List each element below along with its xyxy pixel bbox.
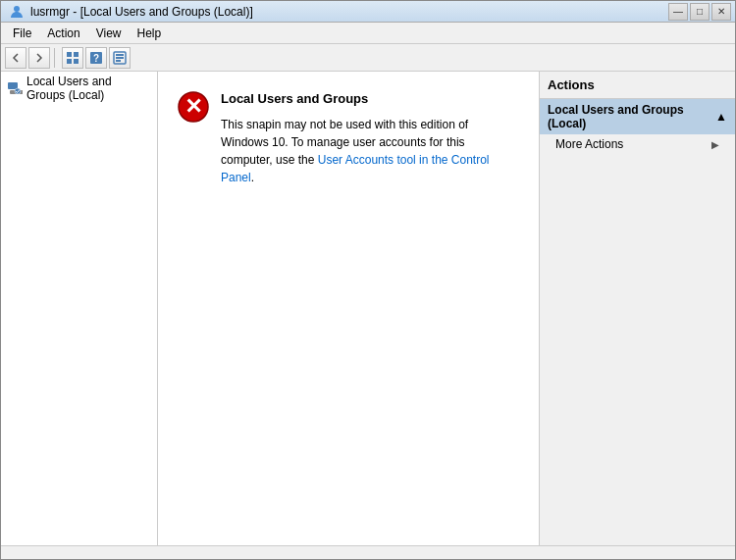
local-users-icon (7, 80, 23, 96)
forward-icon (33, 52, 45, 64)
svg-rect-9 (116, 57, 124, 59)
menu-file[interactable]: File (5, 25, 39, 42)
svg-rect-2 (74, 52, 79, 57)
properties-icon (113, 51, 127, 65)
actions-collapse-icon: ▲ (715, 110, 727, 124)
menu-action[interactable]: Action (39, 25, 87, 42)
error-title: Local Users and Groups (221, 91, 519, 106)
back-button[interactable] (5, 47, 26, 69)
tree-item-local-users[interactable]: Local Users and Groups (Local) (1, 72, 157, 105)
error-message: This snapin may not be used with this ed… (221, 116, 519, 186)
left-panel: Local Users and Groups (Local) (1, 72, 158, 545)
actions-header: Actions (540, 72, 735, 99)
error-message-part2: . (251, 171, 254, 184)
svg-rect-8 (116, 54, 124, 56)
help-button[interactable]: ? (85, 47, 107, 69)
menu-bar: File Action View Help (1, 23, 735, 44)
svg-rect-11 (8, 82, 18, 89)
menu-view[interactable]: View (88, 25, 130, 42)
svg-rect-3 (67, 59, 72, 64)
back-icon (10, 52, 22, 64)
svg-text:?: ? (93, 53, 99, 64)
svg-point-13 (15, 88, 21, 94)
close-button[interactable]: ✕ (711, 3, 731, 21)
actions-group-header[interactable]: Local Users and Groups (Local) ▲ (540, 99, 735, 134)
actions-group-label: Local Users and Groups (Local) (548, 103, 715, 130)
svg-point-0 (14, 6, 20, 12)
title-bar-icon (9, 4, 25, 20)
toolbar: ? (1, 44, 735, 72)
minimize-button[interactable]: — (668, 3, 688, 21)
horizontal-scrollbar[interactable] (1, 545, 735, 559)
maximize-button[interactable]: □ (690, 3, 710, 21)
title-bar: lusrmgr - [Local Users and Groups (Local… (1, 1, 735, 23)
svg-rect-10 (116, 60, 121, 62)
action-submenu-icon: ▶ (711, 139, 719, 150)
error-icon: ✕ (178, 91, 209, 123)
grid-icon (66, 51, 79, 65)
action-more-actions[interactable]: More Actions ▶ (540, 134, 735, 154)
error-panel: ✕ Local Users and Groups This snapin may… (158, 72, 539, 206)
tree-item-label: Local Users and Groups (Local) (26, 75, 151, 102)
svg-text:✕: ✕ (184, 94, 202, 119)
center-panel: ✕ Local Users and Groups This snapin may… (158, 72, 539, 545)
properties-button[interactable] (109, 47, 131, 69)
forward-button[interactable] (28, 47, 50, 69)
right-panel: Actions Local Users and Groups (Local) ▲… (539, 72, 735, 545)
title-controls: — □ ✕ (668, 3, 731, 21)
error-content: Local Users and Groups This snapin may n… (221, 91, 519, 186)
main-window: lusrmgr - [Local Users and Groups (Local… (0, 0, 736, 560)
title-bar-left: lusrmgr - [Local Users and Groups (Local… (9, 4, 253, 20)
svg-rect-1 (67, 52, 72, 57)
title-text: lusrmgr - [Local Users and Groups (Local… (30, 5, 253, 19)
action-more-actions-label: More Actions (555, 137, 623, 151)
help-icon: ? (89, 51, 103, 65)
svg-rect-4 (74, 59, 79, 64)
menu-help[interactable]: Help (130, 25, 170, 42)
main-area: Local Users and Groups (Local) ✕ Local U… (1, 72, 735, 545)
grid-button[interactable] (62, 47, 83, 69)
toolbar-separator-1 (54, 48, 58, 68)
